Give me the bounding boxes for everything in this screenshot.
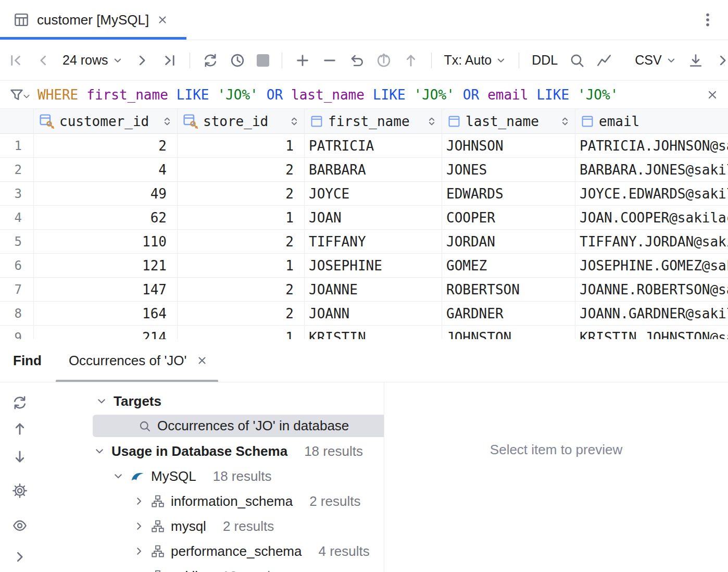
tree-node-mysql-schema[interactable]: mysql 2 results xyxy=(40,514,384,539)
cell-customer-id[interactable]: 62 xyxy=(34,206,178,229)
table-row[interactable]: 3 49 2 JOYCE EDWARDS JOYCE.EDWARDS@sakil… xyxy=(0,182,728,206)
column-header-last-name[interactable]: last_name xyxy=(442,109,575,133)
table-row[interactable]: 7 147 2 JOANNE ROBERTSON JOANNE.ROBERTSO… xyxy=(0,278,728,302)
tree-node-mysql[interactable]: MySQL 18 results xyxy=(40,464,384,489)
cell-store-id[interactable]: 1 xyxy=(178,254,305,277)
chevron-right-icon[interactable] xyxy=(133,495,145,507)
where-clause[interactable]: WHERE first_name LIKE 'JO%' OR last_name… xyxy=(37,87,626,103)
submit-button[interactable] xyxy=(376,53,392,68)
cell-store-id[interactable]: 2 xyxy=(178,302,305,325)
stop-button[interactable] xyxy=(257,54,269,67)
cell-store-id[interactable]: 1 xyxy=(178,134,305,157)
tab-customer-mysql[interactable]: customer [MySQL] xyxy=(0,0,186,40)
export-data-button[interactable] xyxy=(688,53,704,68)
cell-email[interactable]: JOANN.GARDNER@sakilacustomer.org xyxy=(575,302,728,325)
tree-node-sakila[interactable]: sakila 10 results xyxy=(40,564,384,572)
cell-email[interactable]: JOAN.COOPER@sakilacustomer.org xyxy=(575,206,728,229)
cell-customer-id[interactable]: 49 xyxy=(34,182,178,205)
page-size-dropdown[interactable]: 24 rows xyxy=(62,53,123,68)
table-row[interactable]: 5 110 2 TIFFANY JORDAN TIFFANY.JORDAN@sa… xyxy=(0,230,728,254)
cell-customer-id[interactable]: 121 xyxy=(34,254,178,277)
cell-email[interactable]: BARBARA.JONES@sakilacustomer.org xyxy=(575,158,728,181)
row-number[interactable]: 7 xyxy=(0,278,34,301)
next-occurrence-button[interactable] xyxy=(12,449,28,465)
sort-icon[interactable] xyxy=(559,116,571,127)
chevron-right-icon[interactable] xyxy=(133,545,145,557)
cell-first-name[interactable]: JOANNE xyxy=(305,278,442,301)
row-number[interactable]: 1 xyxy=(0,134,34,157)
cell-last-name[interactable]: JOHNSTON xyxy=(442,326,575,339)
cell-email[interactable]: KRISTIN.JOHNSTON@sakilacustomer.org xyxy=(575,326,728,339)
cell-first-name[interactable]: JOAN xyxy=(305,206,442,229)
table-row[interactable]: 9 214 1 KRISTIN JOHNSTON KRISTIN.JOHNSTO… xyxy=(0,326,728,339)
cell-last-name[interactable]: EDWARDS xyxy=(442,182,575,205)
row-number[interactable]: 4 xyxy=(0,206,34,229)
previous-occurrence-button[interactable] xyxy=(12,421,28,437)
expand-strip-button[interactable] xyxy=(12,549,28,565)
clear-filter-button[interactable] xyxy=(706,89,719,101)
filter-criteria-button[interactable] xyxy=(9,88,24,102)
cell-customer-id[interactable]: 147 xyxy=(34,278,178,301)
row-number[interactable]: 3 xyxy=(0,182,34,205)
add-row-button[interactable] xyxy=(295,53,310,68)
tree-node-information-schema[interactable]: information_schema 2 results xyxy=(40,489,384,514)
sort-icon[interactable] xyxy=(288,116,300,127)
cell-customer-id[interactable]: 164 xyxy=(34,302,178,325)
chevron-down-icon[interactable] xyxy=(112,470,124,482)
last-page-button[interactable] xyxy=(161,53,177,68)
row-number[interactable]: 2 xyxy=(0,158,34,181)
cell-email[interactable]: PATRICIA.JOHNSON@sakilacustomer.org xyxy=(575,134,728,157)
row-number[interactable]: 6 xyxy=(0,254,34,277)
transaction-mode-dropdown[interactable]: Tx: Auto xyxy=(444,53,507,68)
cell-first-name[interactable]: JOYCE xyxy=(305,182,442,205)
cell-store-id[interactable]: 1 xyxy=(178,326,305,339)
table-row[interactable]: 1 2 1 PATRICIA JOHNSON PATRICIA.JOHNSON@… xyxy=(0,134,728,158)
cell-customer-id[interactable]: 4 xyxy=(34,158,178,181)
auto-refresh-button[interactable] xyxy=(230,53,245,68)
cell-store-id[interactable]: 2 xyxy=(178,182,305,205)
cell-last-name[interactable]: COOPER xyxy=(442,206,575,229)
cell-email[interactable]: TIFFANY.JORDAN@sakilacustomer.org xyxy=(575,230,728,253)
cell-last-name[interactable]: ROBERTSON xyxy=(442,278,575,301)
tree-node-targets[interactable]: Targets xyxy=(40,389,384,414)
table-row[interactable]: 6 121 1 JOSEPHINE GOMEZ JOSEPHINE.GOMEZ@… xyxy=(0,254,728,278)
cell-customer-id[interactable]: 2 xyxy=(34,134,178,157)
cell-last-name[interactable]: JORDAN xyxy=(442,230,575,253)
next-page-button[interactable] xyxy=(134,53,150,68)
cell-store-id[interactable]: 2 xyxy=(178,278,305,301)
cell-first-name[interactable]: PATRICIA xyxy=(305,134,442,157)
first-page-button[interactable] xyxy=(8,53,24,68)
cell-customer-id[interactable]: 214 xyxy=(34,326,178,339)
row-number-header[interactable] xyxy=(0,109,34,133)
table-row[interactable]: 4 62 1 JOAN COOPER JOAN.COOPER@sakilacus… xyxy=(0,206,728,230)
reload-page-button[interactable] xyxy=(203,53,218,68)
sort-icon[interactable] xyxy=(426,116,437,127)
tree-node-performance-schema[interactable]: performance_schema 4 results xyxy=(40,539,384,564)
rerun-search-button[interactable] xyxy=(12,395,28,411)
column-header-first-name[interactable]: first_name xyxy=(305,109,442,133)
row-number[interactable]: 5 xyxy=(0,230,34,253)
cell-email[interactable]: JOYCE.EDWARDS@sakilacustomer.org xyxy=(575,182,728,205)
export-format-dropdown[interactable]: CSV xyxy=(635,53,676,68)
revert-changes-button[interactable] xyxy=(349,53,365,68)
selected-search-target[interactable]: Occurrences of 'JO' in database xyxy=(93,415,384,437)
settings-button[interactable] xyxy=(12,483,28,499)
column-header-store-id[interactable]: store_id xyxy=(178,109,305,133)
cell-first-name[interactable]: TIFFANY xyxy=(305,230,442,253)
table-row[interactable]: 8 164 2 JOANN GARDNER JOANN.GARDNER@saki… xyxy=(0,302,728,326)
cell-email[interactable]: JOANNE.ROBERTSON@sakilacustomer.org xyxy=(575,278,728,301)
previous-page-button[interactable] xyxy=(35,53,51,68)
cell-last-name[interactable]: GOMEZ xyxy=(442,254,575,277)
more-toolbar-button[interactable] xyxy=(715,53,728,68)
find-tab-occurrences[interactable]: Occurrences of 'JO' xyxy=(56,339,218,382)
preview-toggle-button[interactable] xyxy=(12,518,28,533)
column-header-email[interactable]: email xyxy=(575,109,728,133)
tree-node-usage-section[interactable]: Usage in Database Schema 18 results xyxy=(40,439,384,464)
chevron-down-icon[interactable] xyxy=(96,395,107,407)
cell-first-name[interactable]: JOANN xyxy=(305,302,442,325)
table-row[interactable]: 2 4 2 BARBARA JONES BARBARA.JONES@sakila… xyxy=(0,158,728,182)
cell-store-id[interactable]: 2 xyxy=(178,230,305,253)
row-number[interactable]: 8 xyxy=(0,302,34,325)
cell-store-id[interactable]: 1 xyxy=(178,206,305,229)
chevron-down-icon[interactable] xyxy=(94,445,105,457)
